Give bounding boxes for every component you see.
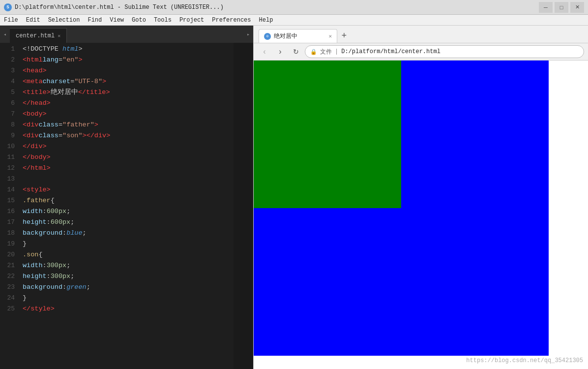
line-number: 5 [0, 87, 15, 98]
line-number: 7 [0, 109, 15, 120]
menu-preferences[interactable]: Preferences [208, 15, 255, 25]
browser-tab-title: 绝对居中 [274, 32, 297, 40]
line-number: 15 [0, 195, 15, 206]
line-number: 19 [0, 239, 15, 249]
code-line: <body> [23, 109, 234, 120]
address-bar[interactable]: 🔒 文件 | D:/platform/html/center.html [305, 45, 584, 58]
lock-icon: 🔒 [310, 49, 317, 55]
code-line: </div> [23, 141, 234, 152]
menu-bar: File Edit Selection Find View Goto Tools… [0, 15, 588, 26]
browser-tab-active[interactable]: ⊙ 绝对居中 ✕ [259, 29, 337, 43]
addr-label: 文件 [320, 48, 332, 56]
back-button[interactable]: ‹ [258, 45, 271, 59]
browser-viewport: https://blog.csdn.net/qq_35421305 [254, 61, 588, 369]
code-area: 1234567891011121314151617181920212223242… [0, 43, 253, 369]
menu-goto[interactable]: Goto [128, 15, 150, 25]
new-tab-button[interactable]: + [337, 29, 351, 43]
editor-tab[interactable]: center.html ✕ [10, 28, 67, 43]
tab-scroll-left[interactable]: ◂ [0, 26, 10, 43]
browser-chrome: ⊙ 绝对居中 ✕ + ‹ › ↻ 🔒 文件 | D:/platform/html… [254, 26, 588, 61]
code-line: .father{ [23, 195, 234, 206]
line-number: 10 [0, 141, 15, 152]
code-line: <meta charset="UTF-8"> [23, 76, 234, 87]
menu-selection[interactable]: Selection [44, 15, 84, 25]
line-number: 12 [0, 163, 15, 174]
line-numbers: 1234567891011121314151617181920212223242… [0, 43, 19, 369]
app-icon: S [4, 3, 12, 11]
line-number: 23 [0, 282, 15, 293]
code-line: </head> [23, 98, 234, 109]
line-number: 25 [0, 304, 15, 314]
code-line: </style> [23, 304, 234, 314]
line-number: 8 [0, 120, 15, 130]
code-line: height: 300px; [23, 271, 234, 282]
code-line: width: 600px; [23, 206, 234, 217]
browser-pane: ⊙ 绝对居中 ✕ + ‹ › ↻ 🔒 文件 | D:/platform/html… [253, 26, 588, 369]
line-number: 14 [0, 184, 15, 195]
main-area: ◂ center.html ✕ ▸ 1234567891011121314151… [0, 26, 588, 369]
refresh-button[interactable]: ↻ [289, 45, 303, 59]
line-number: 11 [0, 152, 15, 163]
browser-toolbar: ‹ › ↻ 🔒 文件 | D:/platform/html/center.htm… [254, 43, 588, 61]
line-number: 3 [0, 65, 15, 76]
menu-find[interactable]: Find [84, 15, 106, 25]
code-line: <title>绝对居中</title> [23, 87, 234, 98]
tab-scroll-right[interactable]: ▸ [243, 26, 253, 43]
title-bar-left: S D:\platform\html\center.html - Sublime… [4, 3, 224, 11]
line-number: 18 [0, 228, 15, 239]
menu-file[interactable]: File [0, 15, 22, 25]
line-number: 2 [0, 55, 15, 65]
menu-help[interactable]: Help [255, 15, 277, 25]
line-number: 13 [0, 174, 15, 184]
code-line: </body> [23, 152, 234, 163]
line-number: 22 [0, 271, 15, 282]
tab-label: center.html [16, 32, 55, 39]
line-number: 17 [0, 217, 15, 228]
line-number: 4 [0, 76, 15, 87]
code-line: height: 600px; [23, 217, 234, 228]
menu-edit[interactable]: Edit [22, 15, 44, 25]
menu-project[interactable]: Project [176, 15, 208, 25]
watermark: https://blog.csdn.net/qq_35421305 [466, 357, 583, 364]
code-line: } [23, 239, 234, 249]
close-button[interactable]: ✕ [570, 2, 584, 13]
code-line: <div class="son"></div> [23, 130, 234, 141]
editor-pane: ◂ center.html ✕ ▸ 1234567891011121314151… [0, 26, 253, 369]
code-line: .son{ [23, 249, 234, 260]
code-line: <html lang="en"> [23, 55, 234, 65]
code-line [23, 174, 234, 184]
father-div [254, 61, 549, 356]
favicon: ⊙ [264, 33, 271, 40]
code-line: background: green; [23, 282, 234, 293]
browser-tab-bar: ⊙ 绝对居中 ✕ + [254, 26, 588, 43]
title-bar-text: D:\platform\html\center.html - Sublime T… [15, 4, 224, 11]
title-bar: S D:\platform\html\center.html - Sublime… [0, 0, 588, 15]
code-line: } [23, 293, 234, 304]
forward-button[interactable]: › [273, 45, 287, 59]
editor-tab-bar: ◂ center.html ✕ ▸ [0, 26, 253, 43]
addr-separator: | [335, 48, 338, 55]
code-content[interactable]: <!DOCTYPE html><html lang="en"><head> <m… [19, 43, 234, 369]
line-number: 9 [0, 130, 15, 141]
code-line: background: blue; [23, 228, 234, 239]
line-number: 1 [0, 44, 15, 55]
maximize-button[interactable]: □ [555, 2, 568, 13]
addr-url: D:/platform/html/center.html [341, 48, 441, 55]
line-number: 6 [0, 98, 15, 109]
title-bar-controls: ─ □ ✕ [539, 2, 584, 13]
browser-tab-close[interactable]: ✕ [328, 33, 332, 39]
menu-tools[interactable]: Tools [150, 15, 176, 25]
line-number: 24 [0, 293, 15, 304]
code-line: <style> [23, 184, 234, 195]
code-line: <!DOCTYPE html> [23, 44, 234, 55]
line-number: 20 [0, 249, 15, 260]
code-line: <head> [23, 65, 234, 76]
minimize-button[interactable]: ─ [539, 2, 553, 13]
line-number: 21 [0, 260, 15, 271]
code-line: </html> [23, 163, 234, 174]
menu-view[interactable]: View [106, 15, 128, 25]
code-line: <div class="father"> [23, 120, 234, 130]
tab-close-icon[interactable]: ✕ [58, 33, 60, 39]
line-number: 16 [0, 206, 15, 217]
code-line: width: 300px; [23, 260, 234, 271]
